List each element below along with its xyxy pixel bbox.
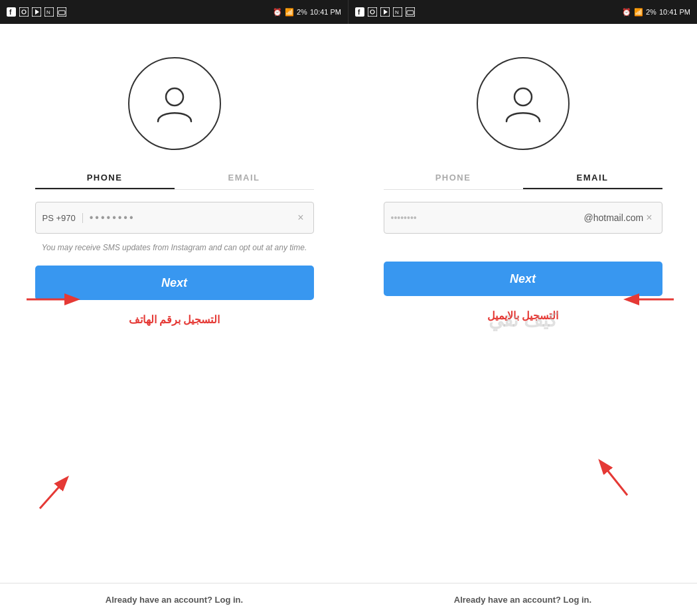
- phone-input-value: ••••••••: [90, 212, 295, 224]
- left-status-icons: f N: [7, 7, 66, 17]
- right-arabic-label: التسجيل بالايميل: [487, 309, 558, 322]
- left-login-text: Already have an account?: [106, 595, 212, 605]
- right-login-link[interactable]: Log in.: [564, 595, 592, 605]
- right-next-button[interactable]: Next: [384, 262, 662, 296]
- right-tab-divider: [384, 189, 662, 190]
- svg-rect-12: [368, 7, 377, 17]
- left-tab-divider: [35, 189, 314, 190]
- svg-point-3: [22, 10, 26, 14]
- svg-marker-15: [384, 9, 388, 15]
- sms-notice: You may receive SMS updates from Instagr…: [35, 242, 314, 254]
- left-phone-input-box[interactable]: PS +970 •••••••• ×: [35, 202, 314, 234]
- email-suffix: @hotmail.com: [583, 212, 643, 223]
- right-login-text: Already have an account?: [454, 595, 561, 605]
- right-panel: كيف تقي PHONE EMAIL •••••••• @hotmail.co…: [348, 24, 697, 616]
- right-status-time: ⏰ 📶 2% 10:41 PM: [622, 8, 690, 17]
- svg-point-23: [514, 88, 532, 106]
- left-tab-row: PHONE EMAIL: [35, 166, 314, 189]
- svg-rect-19: [407, 11, 414, 15]
- svg-point-20: [166, 88, 183, 106]
- phone-prefix: PS +970: [42, 213, 83, 223]
- left-tab-phone[interactable]: PHONE: [35, 166, 175, 189]
- left-avatar: [128, 57, 221, 150]
- right-avatar: [477, 57, 570, 150]
- left-clear-button[interactable]: ×: [295, 209, 306, 226]
- right-email-input-box[interactable]: •••••••• @hotmail.com ×: [384, 202, 662, 234]
- left-bottom-bar: Already have an account? Log in.: [0, 583, 348, 616]
- email-input-value: ••••••••: [391, 212, 584, 223]
- svg-text:N: N: [395, 9, 399, 15]
- right-panel-wrapper: كيف تقي PHONE EMAIL •••••••• @hotmail.co…: [348, 24, 697, 616]
- svg-marker-5: [35, 9, 39, 15]
- left-panel: PHONE EMAIL PS +970 •••••••• × You may r…: [0, 24, 348, 616]
- right-tab-row: PHONE EMAIL: [384, 166, 662, 189]
- left-tab-email[interactable]: EMAIL: [175, 166, 314, 189]
- left-next-button[interactable]: Next: [35, 266, 314, 300]
- svg-text:N: N: [46, 9, 50, 15]
- right-clear-button[interactable]: ×: [643, 209, 655, 226]
- right-tab-email[interactable]: EMAIL: [523, 166, 662, 189]
- main-container: PHONE EMAIL PS +970 •••••••• × You may r…: [0, 24, 697, 616]
- left-panel-wrapper: PHONE EMAIL PS +970 •••••••• × You may r…: [0, 24, 348, 616]
- svg-rect-2: [19, 7, 29, 17]
- left-status-time: ⏰ 📶 2% 10:41 PM: [273, 8, 341, 17]
- status-bar-right: f N ⏰ 📶 2% 10:41 PM: [348, 0, 697, 24]
- left-arabic-label: التسجيل برقم الهاتف: [129, 313, 220, 326]
- status-bar-left: f N ⏰ 📶 2% 10:41 PM: [0, 0, 348, 24]
- status-bar: f N ⏰ 📶 2% 10:41 PM f N ⏰ 📶 2% 10:41 PM: [0, 0, 697, 24]
- right-status-icons: f N: [355, 7, 415, 17]
- right-tab-phone[interactable]: PHONE: [384, 166, 523, 189]
- left-login-link[interactable]: Log in.: [215, 595, 244, 605]
- svg-point-13: [370, 10, 374, 14]
- svg-rect-9: [58, 11, 65, 15]
- right-bottom-bar: Already have an account? Log in.: [348, 583, 697, 616]
